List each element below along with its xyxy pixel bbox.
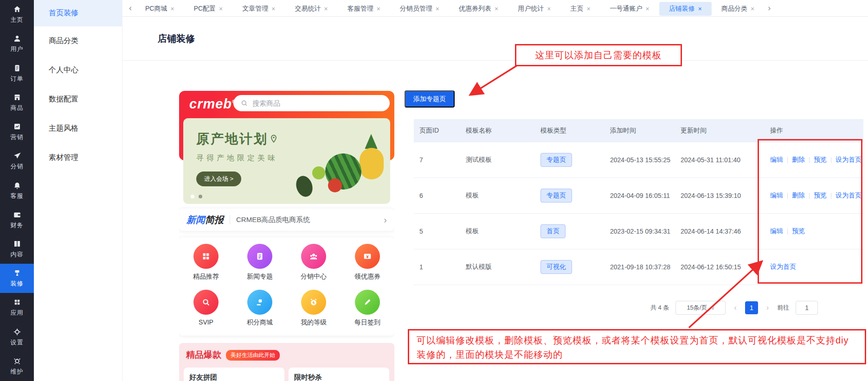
- tab-goods-category[interactable]: 商品分类×: [712, 2, 764, 16]
- sidebar-item-home[interactable]: 主页: [0, 0, 34, 29]
- sidebar-item-users[interactable]: 用户: [0, 29, 34, 58]
- sidebar-item-distribution[interactable]: 分销: [0, 146, 34, 176]
- table-row: 5 模板 首页 2023-02-15 09:34:31 2024-06-14 1…: [414, 214, 863, 249]
- close-icon[interactable]: ×: [547, 5, 551, 13]
- carousel-dot[interactable]: [199, 195, 202, 198]
- preview-link[interactable]: 预览: [814, 191, 827, 200]
- tab-store-decoration[interactable]: 店铺装修×: [659, 2, 712, 16]
- tab-article-manage[interactable]: 文章管理×: [232, 2, 285, 16]
- annotation-actions-explain: 可以编辑修改模板，删除模板、预览模板，或者将某个模板设置为首页，默认可视化模板是…: [408, 329, 866, 364]
- carousel-dots[interactable]: [191, 195, 202, 198]
- edit-link[interactable]: 编辑: [770, 227, 783, 235]
- cell-actions: 编辑 预览: [765, 227, 863, 235]
- banner-enter-button[interactable]: 进入会场 >: [196, 171, 241, 186]
- tabs-scroll-right-icon[interactable]: ›: [764, 3, 774, 13]
- quick-menu-grid: 精品推荐 新闻专题 分销中心 ¥ 领优惠券 SVIP: [179, 237, 394, 336]
- avocado-shape: [294, 174, 315, 199]
- sidebar-item-decoration[interactable]: 装修: [0, 264, 34, 293]
- alarm-icon: [301, 290, 326, 315]
- cell-page-id: 5: [414, 228, 460, 235]
- menu-item-news-topic[interactable]: 新闻专题: [233, 244, 287, 290]
- preview-search-bar[interactable]: [233, 95, 390, 111]
- menu-item-my-level[interactable]: 我的等级: [287, 290, 341, 336]
- close-icon[interactable]: ×: [170, 5, 174, 13]
- menu-item-points-mall[interactable]: 积分商城: [233, 290, 287, 336]
- next-page-icon[interactable]: ›: [765, 304, 771, 312]
- sidebar-item-content[interactable]: 内容: [0, 235, 34, 264]
- submenu-item-personal-center[interactable]: 个人中心: [34, 56, 122, 85]
- promo-banner[interactable]: 原产地计划 寻得产地限定美味 进入会场 >: [183, 118, 390, 204]
- close-icon[interactable]: ×: [219, 5, 223, 13]
- tab-trade-stats[interactable]: 交易统计×: [285, 2, 337, 16]
- sidebar-item-label: 设置: [11, 338, 24, 347]
- close-icon[interactable]: ×: [698, 5, 702, 13]
- tab-pc-mall[interactable]: PC商城×: [135, 2, 184, 16]
- goods-icon: [13, 93, 21, 102]
- close-icon[interactable]: ×: [377, 5, 380, 13]
- submenu-item-data-config[interactable]: 数据配置: [34, 85, 122, 114]
- apps-icon: [13, 298, 21, 306]
- sidebar-item-marketing[interactable]: 营销: [0, 117, 34, 146]
- menu-item-featured[interactable]: 精品推荐: [179, 244, 233, 290]
- submenu-item-home-decoration[interactable]: 首页装修: [34, 0, 122, 26]
- sidebar-item-apps[interactable]: 应用: [0, 293, 34, 322]
- tab-pc-config[interactable]: PC配置×: [184, 2, 233, 16]
- cell-added-time: 2021-09-18 10:37:28: [604, 261, 674, 273]
- set-home-link[interactable]: 设为首页: [836, 156, 862, 164]
- carousel-dot-active[interactable]: [191, 195, 194, 198]
- menu-item-get-coupon[interactable]: ¥ 领优惠券: [341, 244, 394, 290]
- cell-template-name: 默认模版: [460, 263, 535, 271]
- delete-link[interactable]: 删除: [792, 191, 805, 200]
- sidebar-item-label: 财务: [11, 221, 24, 229]
- delete-link[interactable]: 删除: [792, 156, 805, 164]
- sidebar-item-finance[interactable]: 财务: [0, 205, 34, 235]
- set-home-link[interactable]: 设为首页: [770, 263, 796, 271]
- close-icon[interactable]: ×: [586, 5, 590, 13]
- current-page-button[interactable]: 1: [745, 301, 758, 314]
- news-bar[interactable]: 新闻 简报 CRMEB高品质电商系统 ›: [179, 209, 394, 231]
- preview-link[interactable]: 预览: [792, 227, 805, 235]
- close-icon[interactable]: ×: [646, 5, 649, 13]
- tab-user-stats[interactable]: 用户统计×: [508, 2, 560, 16]
- goto-page-input[interactable]: [796, 301, 818, 315]
- main-sidebar: 主页 用户 订单 商品 营销 分销 客服 财务: [0, 0, 34, 381]
- menu-item-svip[interactable]: SVIP: [179, 290, 233, 336]
- search-input[interactable]: [252, 99, 368, 107]
- tabs-scroll-left-icon[interactable]: ‹: [125, 3, 135, 13]
- sidebar-item-maintenance[interactable]: 维护: [0, 352, 34, 381]
- location-pin-icon: [269, 134, 278, 144]
- tab-coupon-list[interactable]: 优惠券列表×: [449, 2, 508, 16]
- sidebar-item-label: 用户: [11, 45, 24, 53]
- submenu-item-theme-style[interactable]: 主题风格: [34, 114, 122, 143]
- sidebar-item-goods[interactable]: 商品: [0, 88, 34, 117]
- sidebar-item-service[interactable]: 客服: [0, 176, 34, 205]
- tab-distributor-manage[interactable]: 分销员管理×: [390, 2, 449, 16]
- tab-service-manage[interactable]: 客服管理×: [338, 2, 390, 16]
- close-icon[interactable]: ×: [495, 5, 498, 13]
- menu-item-distribution-center[interactable]: 分销中心: [287, 244, 341, 290]
- add-topic-page-button[interactable]: 添加专题页: [405, 90, 455, 108]
- sidebar-item-orders[interactable]: 订单: [0, 58, 34, 88]
- edit-link[interactable]: 编辑: [770, 191, 783, 200]
- close-icon[interactable]: ×: [271, 5, 275, 13]
- submenu-item-goods-category[interactable]: 商品分类: [34, 26, 122, 56]
- hot-card-group-buy[interactable]: 好友拼团: [184, 368, 284, 381]
- set-home-link[interactable]: 设为首页: [836, 191, 862, 200]
- tab-bar: ‹ PC商城× PC配置× 文章管理× 交易统计× 客服管理× 分销员管理× 优…: [122, 0, 868, 17]
- edit-link[interactable]: 编辑: [770, 156, 783, 164]
- preview-link[interactable]: 预览: [814, 156, 827, 164]
- tab-home[interactable]: 主页×: [560, 2, 600, 16]
- table-row: 6 模板 专题页 2024-04-09 16:05:11 2024-06-13 …: [414, 178, 863, 214]
- news-headline: CRMEB高品质电商系统: [236, 216, 310, 224]
- sidebar-item-settings[interactable]: 设置: [0, 323, 34, 352]
- order-icon: [13, 64, 21, 72]
- close-icon[interactable]: ×: [751, 5, 754, 13]
- close-icon[interactable]: ×: [324, 5, 328, 13]
- hot-card-flash-sale[interactable]: 限时秒杀: [289, 368, 389, 381]
- close-icon[interactable]: ×: [436, 5, 439, 13]
- menu-item-daily-checkin[interactable]: 每日签到: [341, 290, 394, 336]
- submenu-item-material-manage[interactable]: 素材管理: [34, 143, 122, 172]
- prev-page-icon[interactable]: ‹: [732, 304, 738, 312]
- tab-onepass-account[interactable]: 一号通账户×: [600, 2, 659, 16]
- page-size-select[interactable]: 15条/页 ∨: [675, 301, 726, 315]
